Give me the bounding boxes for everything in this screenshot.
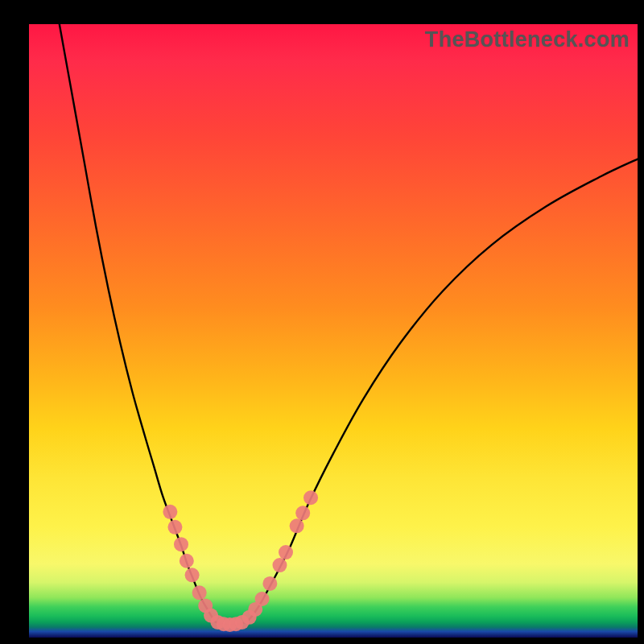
bottleneck-curve xyxy=(60,24,638,625)
data-marker xyxy=(163,505,177,519)
data-marker xyxy=(290,518,304,533)
data-marker xyxy=(303,490,318,505)
data-marker xyxy=(262,576,277,591)
data-marker xyxy=(272,558,287,572)
data-marker xyxy=(180,554,194,568)
data-marker xyxy=(192,585,207,600)
data-marker xyxy=(174,537,188,551)
data-marker xyxy=(167,520,182,535)
chart-svg xyxy=(29,24,638,638)
data-marker xyxy=(295,506,310,520)
data-marker xyxy=(255,592,270,606)
curve-markers xyxy=(163,490,318,632)
data-marker xyxy=(279,545,293,559)
chart-frame: TheBottleneck.com xyxy=(29,24,638,638)
data-marker xyxy=(185,568,200,582)
